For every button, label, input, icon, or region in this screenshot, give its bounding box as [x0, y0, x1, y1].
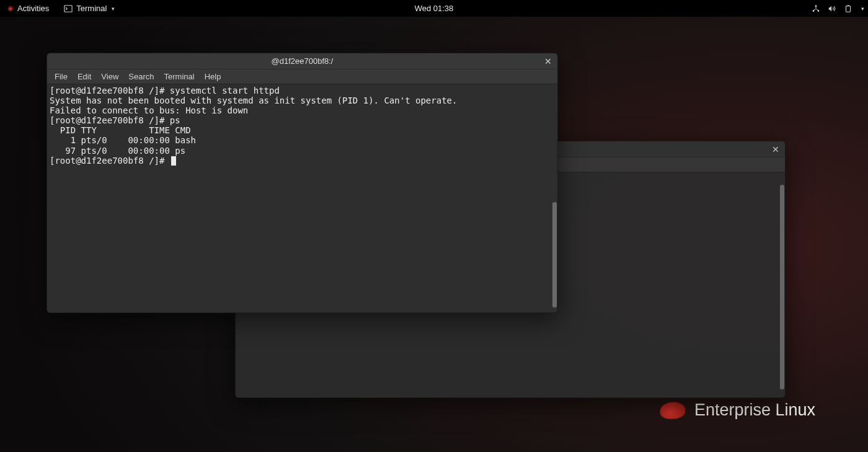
clock-button[interactable]: Wed 01:38: [415, 4, 454, 13]
activities-button[interactable]: ◉ Activities: [4, 2, 53, 14]
terminal-line: PID TTY TIME CMD: [50, 125, 555, 135]
terminal-line: 97 pts/0 00:00:00 ps: [50, 146, 555, 156]
close-icon: ✕: [544, 56, 552, 66]
chevron-down-icon: ▾: [112, 6, 115, 12]
activities-label: Activities: [17, 4, 49, 13]
terminal-line: [root@d1f2ee700bf8 /]#: [50, 156, 555, 166]
menu-terminal[interactable]: Terminal: [161, 71, 198, 82]
terminal-line: [root@d1f2ee700bf8 /]# ps: [50, 115, 555, 125]
svg-point-1: [815, 5, 817, 7]
chevron-down-icon: ▾: [861, 6, 864, 12]
svg-rect-0: [64, 5, 72, 12]
terminal-line: System has not been booted with systemd …: [50, 95, 555, 105]
window-title: @d1f2ee700bf8:/: [272, 56, 334, 66]
titlebar[interactable]: @d1f2ee700bf8:/ ✕: [47, 53, 557, 69]
app-menu-button[interactable]: Terminal ▾: [60, 2, 118, 14]
menu-search[interactable]: Search: [125, 71, 157, 82]
distro-branding: Enterprise Linux: [660, 401, 815, 420]
menu-help[interactable]: Help: [201, 71, 225, 82]
close-button[interactable]: ✕: [542, 56, 554, 67]
power-icon: [844, 4, 852, 13]
menubar: FileEditViewSearchTerminalHelp: [47, 69, 557, 84]
terminal-line: Failed to connect to bus: Host is down: [50, 105, 555, 115]
menu-file[interactable]: File: [51, 71, 71, 82]
gnome-top-bar: ◉ Activities Terminal ▾ Wed 01:38 ▾: [0, 0, 868, 17]
menu-edit[interactable]: Edit: [74, 71, 95, 82]
system-status-area[interactable]: ▾: [812, 4, 864, 13]
close-icon: ✕: [772, 144, 779, 154]
foreground-terminal-window[interactable]: @d1f2ee700bf8:/ ✕ FileEditViewSearchTerm…: [46, 53, 558, 313]
redhat-logo-icon: [659, 401, 686, 420]
terminal-content[interactable]: [root@d1f2ee700bf8 /]# systemctl start h…: [47, 84, 557, 312]
network-icon: [812, 4, 820, 13]
cursor: [171, 156, 176, 166]
svg-rect-5: [848, 5, 849, 6]
terminal-line: 1 pts/0 00:00:00 bash: [50, 135, 555, 145]
scrollbar-thumb[interactable]: [780, 185, 784, 389]
close-button[interactable]: ✕: [770, 144, 781, 155]
svg-rect-4: [846, 6, 851, 12]
scrollbar-thumb[interactable]: [552, 202, 557, 308]
redhat-icon: ◉: [7, 4, 14, 12]
app-menu-label: Terminal: [76, 4, 107, 13]
terminal-app-icon: [64, 4, 73, 13]
clock-label: Wed 01:38: [415, 4, 454, 13]
volume-icon: [828, 4, 836, 13]
menu-view[interactable]: View: [97, 71, 122, 82]
branding-text: Enterprise Linux: [694, 401, 815, 420]
terminal-line: [root@d1f2ee700bf8 /]# systemctl start h…: [50, 86, 555, 95]
